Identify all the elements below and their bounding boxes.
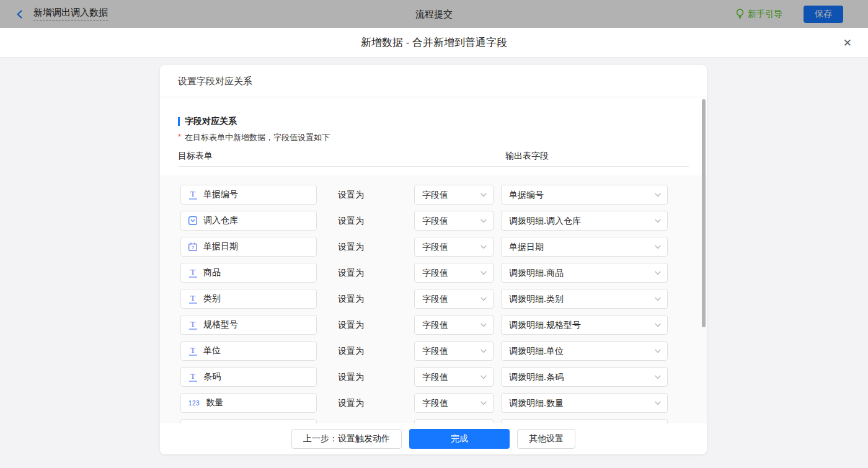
output-field-select[interactable]: 调拨明细.类别 — [501, 289, 668, 309]
text-field-icon: T — [188, 294, 197, 304]
chevron-down-icon — [655, 297, 661, 301]
chevron-down-icon — [655, 193, 661, 197]
set-as-label: 设置为 — [338, 211, 364, 231]
output-field-select[interactable]: 调拨明细.数量 — [501, 393, 668, 413]
set-as-label: 设置为 — [338, 185, 364, 205]
field-mapping-card: 设置字段对应关系 字段对应关系 * 在目标表单中新增数据，字段值设置如下 目标表… — [160, 65, 707, 454]
set-as-label: 设置为 — [338, 289, 364, 309]
output-field-value: 调拨明细.商品 — [502, 263, 667, 282]
output-field-value: 调拨明细.类别 — [502, 289, 667, 308]
set-as-label: 设置为 — [338, 315, 364, 335]
required-note: * 在目标表单中新增数据，字段值设置如下 — [178, 132, 330, 143]
set-as-label: 设置为 — [338, 237, 364, 257]
target-field-box: T 条码 — [180, 367, 317, 387]
chevron-down-icon — [655, 375, 661, 379]
topbar: 新增调出调入数据 流程提交 新手引导 保存 — [0, 0, 868, 28]
output-field-value: 单据编号 — [502, 185, 667, 204]
output-field-select[interactable]: 调拨明细.单位 — [501, 341, 668, 361]
value-mode-select[interactable]: 字段值 — [414, 367, 494, 387]
chevron-down-icon — [655, 401, 661, 405]
mapping-row: T 规格型号 设置为 字段值 调拨明细.规格型号 — [160, 315, 707, 335]
chevron-down-icon — [480, 219, 487, 223]
target-field-box: 7 单据日期 — [180, 237, 317, 257]
output-field-select[interactable]: 调拨明细.调入仓库 — [501, 211, 668, 231]
text-field-icon: T — [188, 320, 197, 330]
chevron-down-icon — [655, 245, 661, 249]
target-field-box: 调入仓库 — [180, 211, 317, 231]
guide-label: 新手引导 — [748, 9, 782, 20]
chevron-down-icon — [480, 375, 487, 379]
output-field-value: 调拨明细.单位 — [502, 342, 667, 360]
value-mode-select[interactable]: 字段值 — [414, 263, 494, 283]
chevron-down-icon — [655, 323, 661, 327]
select-field-icon — [188, 216, 197, 225]
column-output-fields: 输出表字段 — [505, 151, 549, 162]
output-field-value: 调拨明细.条码 — [502, 368, 667, 386]
value-mode-select[interactable]: 字段值 — [414, 211, 494, 231]
save-button[interactable]: 保存 — [804, 6, 843, 23]
value-mode-select[interactable]: 字段值 — [414, 393, 494, 413]
chevron-down-icon — [480, 245, 487, 249]
modal: 新增数据 - 合并新增到普通字段 ✕ 设置字段对应关系 字段对应关系 * 在目标… — [0, 28, 868, 468]
text-field-icon: T — [188, 268, 197, 278]
lightbulb-icon — [736, 9, 744, 19]
output-field-select[interactable]: 调拨明细.商品 — [501, 263, 668, 283]
value-mode-select[interactable]: 字段值 — [414, 341, 494, 361]
target-field-label: 数量 — [206, 397, 223, 408]
column-divider — [178, 166, 689, 167]
target-field-label: 类别 — [203, 293, 221, 304]
chevron-down-icon — [480, 401, 487, 405]
scrollbar-thumb[interactable] — [702, 99, 706, 327]
done-button[interactable]: 完成 — [409, 429, 510, 449]
modal-titlebar: 新增数据 - 合并新增到普通字段 ✕ — [0, 28, 868, 58]
other-settings-button[interactable]: 其他设置 — [517, 429, 575, 449]
text-field-icon: T — [188, 347, 197, 356]
target-field-box: T 商品 — [180, 263, 317, 283]
text-field-icon: T — [188, 373, 197, 382]
chevron-down-icon — [480, 297, 487, 301]
value-mode-select[interactable]: 字段值 — [414, 237, 494, 257]
target-field-label: 单位 — [203, 345, 221, 356]
target-field-label: 规格型号 — [203, 319, 238, 330]
target-field-box: T 单据编号 — [180, 185, 317, 205]
required-asterisk: * — [178, 132, 181, 142]
output-field-select[interactable]: 单据日期 — [501, 237, 668, 257]
output-field-select[interactable]: 单据编号 — [501, 185, 668, 205]
mapping-row: T 类别 设置为 字段值 调拨明细.类别 — [160, 289, 707, 309]
card-footer: 上一步：设置触发动作 完成 其他设置 — [160, 423, 707, 454]
target-field-box: T 规格型号 — [180, 315, 317, 335]
modal-title: 新增数据 - 合并新增到普通字段 — [0, 28, 868, 58]
value-mode-select[interactable]: 字段值 — [414, 185, 494, 205]
number-field-icon: 123 — [188, 400, 200, 407]
mapping-row: 7 单据日期 设置为 字段值 单据日期 — [160, 237, 707, 257]
output-field-select[interactable]: 调拨明细.条码 — [501, 367, 668, 387]
section-title-text: 字段对应关系 — [185, 116, 237, 127]
mapping-row: 调入仓库 设置为 字段值 调拨明细.调入仓库 — [160, 211, 707, 231]
chevron-down-icon — [655, 271, 661, 275]
column-target-form: 目标表单 — [178, 151, 213, 162]
target-field-label: 商品 — [203, 267, 221, 278]
set-as-label: 设置为 — [338, 341, 364, 361]
prev-step-button[interactable]: 上一步：设置触发动作 — [291, 429, 402, 449]
output-field-select[interactable]: 调拨明细.规格型号 — [501, 315, 668, 335]
beginner-guide-link[interactable]: 新手引导 — [736, 9, 782, 20]
card-header: 设置字段对应关系 — [160, 65, 707, 97]
mapping-row: T 单位 设置为 字段值 调拨明细.单位 — [160, 341, 707, 361]
date-field-icon: 7 — [188, 242, 197, 251]
svg-text:7: 7 — [192, 245, 194, 250]
close-icon[interactable]: ✕ — [843, 28, 852, 58]
target-field-box: T 单位 — [180, 341, 317, 361]
mapping-rows-panel: T 单据编号 设置为 字段值 单据编号 调入仓库 设置为 字段值 — [160, 175, 707, 454]
target-field-label: 条码 — [203, 371, 221, 382]
value-mode-select[interactable]: 字段值 — [414, 289, 494, 309]
mapping-row: T 条码 设置为 字段值 调拨明细.条码 — [160, 367, 707, 387]
set-as-label: 设置为 — [338, 393, 364, 413]
set-as-label: 设置为 — [338, 367, 364, 387]
value-mode-select[interactable]: 字段值 — [414, 315, 494, 335]
target-field-label: 单据日期 — [203, 241, 238, 252]
output-field-value: 单据日期 — [502, 237, 667, 256]
chevron-down-icon — [480, 193, 487, 197]
target-field-box: 123 数量 — [180, 393, 317, 413]
chevron-down-icon — [480, 349, 487, 353]
screen: 新增调出调入数据 流程提交 新手引导 保存 新增数据 - 合并新增到普通字段 ✕… — [0, 0, 868, 468]
